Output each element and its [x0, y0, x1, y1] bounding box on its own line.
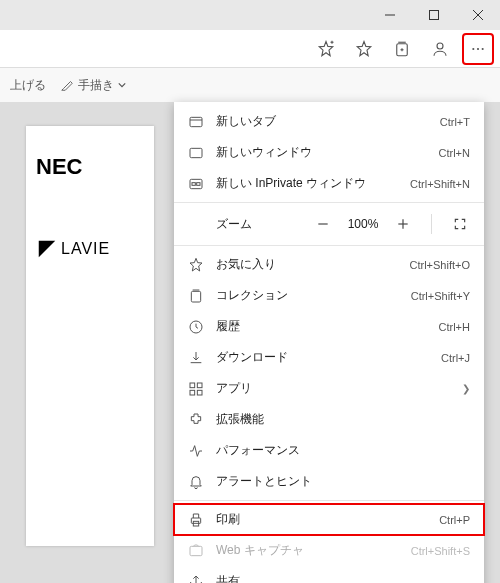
svg-rect-15	[190, 148, 202, 157]
menu-print[interactable]: 印刷 Ctrl+P	[174, 504, 484, 535]
menu-label: お気に入り	[206, 256, 409, 273]
chevron-right-icon: ❯	[462, 383, 470, 394]
svg-rect-26	[190, 390, 195, 395]
menu-label: Web キャプチャ	[206, 542, 411, 559]
menu-favorites[interactable]: お気に入り Ctrl+Shift+O	[174, 249, 484, 280]
svg-rect-30	[190, 546, 202, 555]
subbar-item[interactable]: 手描き	[60, 77, 126, 94]
menu-label: 新しいタブ	[206, 113, 440, 130]
page-preview: NEC LAVIE	[26, 126, 154, 546]
menu-shortcut: Ctrl+Shift+S	[411, 545, 470, 557]
zoom-value: 100%	[347, 217, 379, 231]
svg-point-11	[477, 47, 479, 49]
menu-shortcut: Ctrl+Shift+O	[409, 259, 470, 271]
menu-shortcut: Ctrl+H	[439, 321, 470, 333]
close-button[interactable]	[456, 0, 500, 30]
zoom-out-button[interactable]	[309, 210, 337, 238]
svg-rect-28	[191, 518, 200, 523]
history-icon	[186, 319, 206, 335]
menu-new-inprivate[interactable]: 新しい InPrivate ウィンドウ Ctrl+Shift+N	[174, 168, 484, 199]
svg-rect-18	[197, 182, 200, 185]
svg-rect-13	[190, 117, 202, 126]
menu-shortcut: Ctrl+J	[441, 352, 470, 364]
zoom-in-button[interactable]	[389, 210, 417, 238]
menu-share[interactable]: 共有	[174, 566, 484, 583]
menu-shortcut: Ctrl+T	[440, 116, 470, 128]
menu-alerts[interactable]: アラートとヒント	[174, 466, 484, 497]
performance-icon	[186, 443, 206, 459]
menu-separator	[174, 245, 484, 246]
svg-point-12	[482, 47, 484, 49]
divider	[431, 214, 432, 234]
menu-extensions[interactable]: 拡張機能	[174, 404, 484, 435]
menu-label: 拡張機能	[206, 411, 470, 428]
new-window-icon	[186, 145, 206, 161]
menu-apps[interactable]: アプリ ❯	[174, 373, 484, 404]
menu-label: 共有	[206, 573, 470, 583]
fullscreen-button[interactable]	[446, 210, 474, 238]
menu-downloads[interactable]: ダウンロード Ctrl+J	[174, 342, 484, 373]
minimize-button[interactable]	[368, 0, 412, 30]
menu-performance[interactable]: パフォーマンス	[174, 435, 484, 466]
menu-label: 印刷	[206, 511, 439, 528]
settings-menu: 新しいタブ Ctrl+T 新しいウィンドウ Ctrl+N 新しい InPriva…	[174, 102, 484, 583]
menu-label: アプリ	[206, 380, 462, 397]
menu-separator	[174, 500, 484, 501]
menu-collections[interactable]: コレクション Ctrl+Shift+Y	[174, 280, 484, 311]
star-icon	[186, 257, 206, 273]
content-area: NEC LAVIE 新しいタブ Ctrl+T 新しいウィンドウ Ctrl+N 新…	[0, 102, 500, 583]
menu-shortcut: Ctrl+P	[439, 514, 470, 526]
menu-label: アラートとヒント	[206, 473, 470, 490]
svg-rect-24	[190, 383, 195, 388]
add-favorite-icon[interactable]	[310, 33, 342, 65]
svg-point-9	[437, 43, 443, 49]
menu-shortcut: Ctrl+N	[439, 147, 470, 159]
menu-label: 新しいウィンドウ	[206, 144, 439, 161]
zoom-label: ズーム	[216, 216, 299, 233]
apps-icon	[186, 381, 206, 397]
menu-label: コレクション	[206, 287, 411, 304]
subbar-item[interactable]: 上げる	[10, 77, 46, 94]
menu-label: 新しい InPrivate ウィンドウ	[206, 175, 410, 192]
menu-label: 履歴	[206, 318, 439, 335]
extensions-icon	[186, 412, 206, 428]
download-icon	[186, 350, 206, 366]
menu-label: パフォーマンス	[206, 442, 470, 459]
menu-button[interactable]	[462, 33, 494, 65]
collections-icon[interactable]	[386, 33, 418, 65]
capture-icon	[186, 543, 206, 559]
menu-separator	[174, 202, 484, 203]
favorites-icon[interactable]	[348, 33, 380, 65]
svg-rect-22	[191, 291, 200, 302]
svg-rect-17	[192, 182, 195, 185]
window-titlebar	[0, 0, 500, 30]
maximize-button[interactable]	[412, 0, 456, 30]
svg-point-10	[472, 47, 474, 49]
menu-new-tab[interactable]: 新しいタブ Ctrl+T	[174, 106, 484, 137]
share-icon	[186, 574, 206, 584]
svg-rect-25	[197, 383, 202, 388]
svg-rect-27	[197, 390, 202, 395]
browser-toolbar	[0, 30, 500, 68]
nec-logo: NEC	[36, 154, 154, 180]
menu-label: ダウンロード	[206, 349, 441, 366]
print-icon	[186, 512, 206, 528]
lavie-logo: LAVIE	[36, 238, 154, 260]
inprivate-icon	[186, 176, 206, 192]
menu-new-window[interactable]: 新しいウィンドウ Ctrl+N	[174, 137, 484, 168]
new-tab-icon	[186, 114, 206, 130]
bell-icon	[186, 474, 206, 490]
menu-web-capture[interactable]: Web キャプチャ Ctrl+Shift+S	[174, 535, 484, 566]
collections-icon	[186, 288, 206, 304]
menu-shortcut: Ctrl+Shift+N	[410, 178, 470, 190]
zoom-controls: ズーム 100%	[174, 206, 484, 242]
menu-shortcut: Ctrl+Shift+Y	[411, 290, 470, 302]
menu-history[interactable]: 履歴 Ctrl+H	[174, 311, 484, 342]
svg-rect-1	[430, 11, 439, 20]
profile-icon[interactable]	[424, 33, 456, 65]
sub-toolbar: 上げる 手描き	[0, 68, 500, 102]
